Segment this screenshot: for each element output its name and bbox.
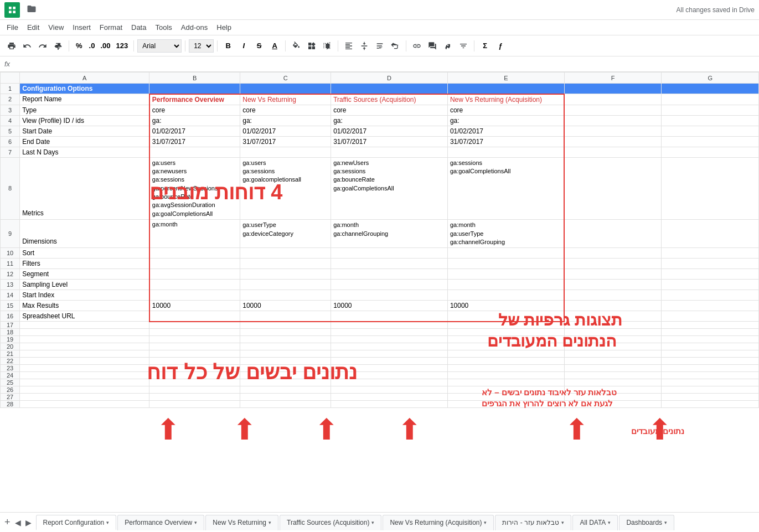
cell-A16[interactable]: Spreadsheet URL	[20, 311, 149, 322]
cell-G8[interactable]	[662, 157, 759, 220]
cell-F6[interactable]	[564, 136, 662, 147]
cell-G15[interactable]	[662, 301, 759, 311]
cell-G10[interactable]	[662, 248, 759, 259]
cell-E5[interactable]: 01/02/2017	[447, 126, 564, 136]
cell-B4[interactable]: ga:	[149, 115, 240, 126]
cell-C2[interactable]: New Vs Returning	[240, 94, 331, 105]
cell-C5[interactable]: 01/02/2017	[240, 126, 331, 136]
redo-button[interactable]	[35, 39, 50, 53]
filter-button[interactable]	[456, 39, 471, 53]
cell-A12[interactable]: Segment	[20, 269, 149, 280]
cell-D10[interactable]	[331, 248, 448, 259]
cell-B12[interactable]	[149, 269, 240, 280]
tab-tables[interactable]: טבלאות עזר - הירות ▾	[495, 515, 571, 530]
cell-G13[interactable]	[662, 280, 759, 290]
link-button[interactable]	[410, 39, 424, 53]
cell-D9[interactable]: ga:monthga:channelGrouping	[331, 220, 448, 248]
cell-B16[interactable]	[149, 311, 240, 322]
cell-G7[interactable]	[662, 147, 759, 157]
cell-E13[interactable]	[447, 280, 564, 290]
cell-F9[interactable]	[564, 220, 662, 248]
format-123-button[interactable]: 123	[113, 39, 130, 53]
cell-B7[interactable]	[149, 147, 240, 157]
menu-help[interactable]: Help	[212, 21, 236, 34]
col-header-A[interactable]: A	[20, 73, 149, 84]
cell-G16[interactable]	[662, 311, 759, 322]
tab-report-configuration[interactable]: Report Configuration ▾	[36, 515, 117, 530]
col-header-F[interactable]: F	[564, 73, 662, 84]
sum-button[interactable]: Σ	[478, 39, 492, 53]
tab-all-data[interactable]: All DATA ▾	[572, 515, 618, 530]
cell-B6[interactable]: 31/07/2017	[149, 136, 240, 147]
cell-E11[interactable]	[447, 259, 564, 269]
menu-addons[interactable]: Add-ons	[177, 21, 212, 34]
cell-C1[interactable]	[240, 84, 331, 94]
cell-F10[interactable]	[564, 248, 662, 259]
cell-C10[interactable]	[240, 248, 331, 259]
cell-D3[interactable]: core	[331, 105, 448, 115]
cell-F16[interactable]	[564, 311, 662, 322]
cell-D7[interactable]	[331, 147, 448, 157]
cell-A5[interactable]: Start Date	[20, 126, 149, 136]
tab-new-vs-returning[interactable]: New Vs Returning ▾	[205, 515, 278, 530]
cell-B3[interactable]: core	[149, 105, 240, 115]
cell-E4[interactable]: ga:	[447, 115, 564, 126]
italic-button[interactable]: I	[236, 39, 251, 53]
cell-A6[interactable]: End Date	[20, 136, 149, 147]
cell-G11[interactable]	[662, 259, 759, 269]
tab-add-button[interactable]: +	[4, 516, 11, 528]
fill-color-button[interactable]	[289, 39, 303, 53]
cell-A2[interactable]: Report Name	[20, 94, 149, 105]
cell-C9[interactable]: ga:userTypega:deviceCategory	[240, 220, 331, 248]
cell-C16[interactable]	[240, 311, 331, 322]
cell-E12[interactable]	[447, 269, 564, 280]
cell-F3[interactable]	[564, 105, 662, 115]
tab-dashboards[interactable]: Dashboards ▾	[619, 515, 674, 530]
cell-D8[interactable]: ga:newUsersga:sessionsga:bounceRatega:go…	[331, 157, 448, 220]
menu-tools[interactable]: Tools	[151, 21, 176, 34]
cell-A8[interactable]: Metrics	[20, 157, 149, 220]
cell-D15[interactable]: 10000	[331, 301, 448, 311]
cell-E15[interactable]: 10000	[447, 301, 564, 311]
cell-C6[interactable]: 31/07/2017	[240, 136, 331, 147]
cell-G4[interactable]	[662, 115, 759, 126]
cell-G14[interactable]	[662, 290, 759, 301]
cell-G3[interactable]	[662, 105, 759, 115]
cell-A14[interactable]: Start Index	[20, 290, 149, 301]
cell-B8[interactable]: ga:usersga:newusersga:sessionsga:percent…	[149, 157, 240, 220]
cell-A11[interactable]: Filters	[20, 259, 149, 269]
bold-button[interactable]: B	[221, 39, 235, 53]
cell-A4[interactable]: View (Profile) ID / ids	[20, 115, 149, 126]
cell-B14[interactable]	[149, 290, 240, 301]
menu-format[interactable]: Format	[95, 21, 127, 34]
cell-G2[interactable]	[662, 94, 759, 105]
cell-F4[interactable]	[564, 115, 662, 126]
comment-button[interactable]	[425, 39, 440, 53]
menu-data[interactable]: Data	[127, 21, 151, 34]
textwrap-button[interactable]	[373, 39, 387, 53]
format-number-button[interactable]: .0	[87, 39, 97, 53]
cell-F11[interactable]	[564, 259, 662, 269]
cell-C15[interactable]: 10000	[240, 301, 331, 311]
cell-F1[interactable]	[564, 84, 662, 94]
cell-B2[interactable]: Performance Overview	[149, 94, 240, 105]
cell-A7[interactable]: Last N Days	[20, 147, 149, 157]
cell-A9[interactable]: Dimensions	[20, 220, 149, 248]
col-header-D[interactable]: D	[331, 73, 448, 84]
menu-file[interactable]: File	[2, 21, 23, 34]
cell-A10[interactable]: Sort	[20, 248, 149, 259]
cell-C7[interactable]	[240, 147, 331, 157]
tab-new-vs-returning-acq[interactable]: New Vs Returning (Acquisition) ▾	[383, 515, 494, 530]
menu-edit[interactable]: Edit	[23, 21, 44, 34]
cell-D13[interactable]	[331, 280, 448, 290]
cell-F12[interactable]	[564, 269, 662, 280]
cell-E1[interactable]	[447, 84, 564, 94]
col-header-E[interactable]: E	[447, 73, 564, 84]
menu-view[interactable]: View	[44, 21, 68, 34]
cell-A3[interactable]: Type	[20, 105, 149, 115]
cell-G5[interactable]	[662, 126, 759, 136]
cell-E7[interactable]	[447, 147, 564, 157]
chart-button[interactable]	[441, 39, 455, 53]
borders-button[interactable]	[304, 39, 319, 53]
zoom-button[interactable]: %	[73, 39, 86, 53]
